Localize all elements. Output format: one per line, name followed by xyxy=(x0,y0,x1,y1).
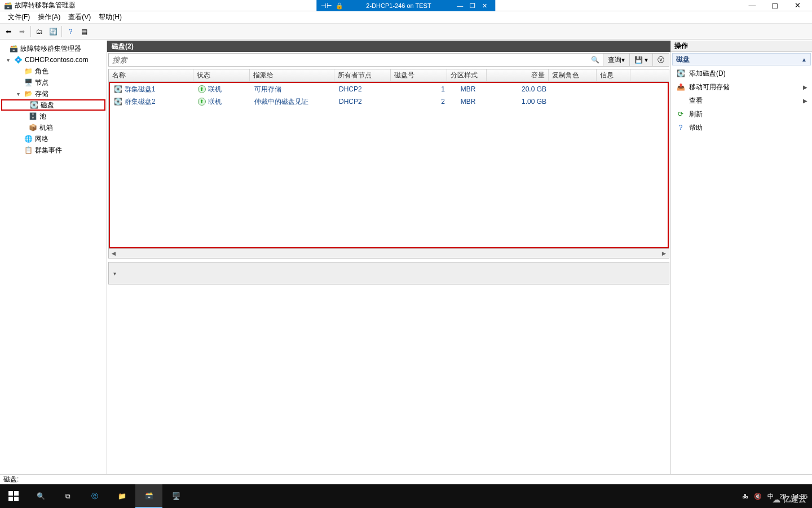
collapse-icon[interactable]: ▲ xyxy=(801,56,807,63)
system-tray[interactable]: 🖧 🔇 中 20 14:05 xyxy=(738,492,812,501)
refresh-button[interactable]: 🔄 xyxy=(47,25,59,38)
scroll-track[interactable] xyxy=(118,249,659,259)
ime-indicator[interactable]: 中 xyxy=(767,492,774,501)
chevron-right-icon: ▶ xyxy=(803,98,807,104)
tree-disks-label: 磁盘 xyxy=(41,100,54,110)
col-info[interactable]: 信息 xyxy=(597,69,630,81)
navigation-tree[interactable]: 🗃️ 故障转移群集管理器 ▾💠 CDHCP.contoso.com 📁 角色 🖥… xyxy=(0,41,107,474)
menu-file[interactable]: 文件(F) xyxy=(5,11,33,23)
scroll-right-button[interactable]: ► xyxy=(659,249,669,259)
maximize-button[interactable]: ▢ xyxy=(764,0,786,11)
action-view[interactable]: 查看 ▶ xyxy=(672,94,811,107)
scroll-left-button[interactable]: ◄ xyxy=(109,249,118,259)
clear-icon[interactable]: 🔍 xyxy=(588,56,603,64)
network-tray-icon[interactable]: 🖧 xyxy=(742,493,748,500)
action-help[interactable]: ? 帮助 xyxy=(672,121,811,134)
window-title: 故障转移群集管理器 xyxy=(15,1,76,10)
menu-action[interactable]: 操作(A) xyxy=(34,11,64,23)
cell-cap: 20.0 GB xyxy=(488,85,550,93)
tray-clock[interactable]: 14:05 xyxy=(792,493,807,500)
server-manager-button[interactable]: 🖥️ xyxy=(162,484,189,508)
action-add-disk[interactable]: 💽 添加磁盘(D) xyxy=(672,67,811,80)
table-row[interactable]: 💽群集磁盘1⬆联机可用存储DHCP21MBR20.0 GB xyxy=(110,83,668,95)
back-button[interactable]: ⬅ xyxy=(2,25,15,38)
tree-nodes[interactable]: 🖥️ 节点 xyxy=(1,77,105,88)
action-move-storage[interactable]: 📤 移动可用存储 ▶ xyxy=(672,80,811,94)
query-options-button[interactable]: ⓥ xyxy=(652,54,669,66)
tray-count: 20 xyxy=(779,493,786,500)
cell-owner: DHCP2 xyxy=(336,98,392,106)
tree-pool[interactable]: 🗄️ 池 xyxy=(1,111,105,122)
rdp-minimize-button[interactable]: — xyxy=(454,2,466,9)
rdp-restore-button[interactable]: ❐ xyxy=(466,2,479,10)
detail-pane-toggle[interactable]: ▾ xyxy=(108,262,669,284)
action-view-label: 查看 xyxy=(689,96,703,106)
search-input[interactable] xyxy=(109,55,588,65)
col-diskno[interactable]: 磁盘号 xyxy=(391,69,447,81)
start-button[interactable] xyxy=(0,484,27,508)
minimize-button[interactable]: — xyxy=(741,0,764,11)
svg-rect-1 xyxy=(14,491,19,496)
pin-icon[interactable]: ⊣⊢ xyxy=(321,2,332,10)
tree-roles[interactable]: 📁 角色 xyxy=(1,65,105,77)
refresh-icon: ⟳ xyxy=(676,109,686,119)
app-icon: 🗃️ xyxy=(3,1,12,10)
actions-section[interactable]: 磁盘 ▲ xyxy=(672,53,811,65)
ie-button[interactable]: ⓔ xyxy=(81,484,108,508)
col-part[interactable]: 分区样式 xyxy=(447,69,487,81)
content-header: 磁盘(2) xyxy=(107,41,670,52)
tree-cluster[interactable]: ▾💠 CDHCP.contoso.com xyxy=(1,54,105,65)
table-body[interactable]: 💽群集磁盘1⬆联机可用存储DHCP21MBR20.0 GB💽群集磁盘2⬆联机仲裁… xyxy=(109,82,669,248)
task-view-button[interactable]: ⧉ xyxy=(54,484,81,508)
rdp-close-button[interactable]: ✕ xyxy=(479,2,491,10)
help-button[interactable]: ? xyxy=(64,25,77,38)
svg-rect-2 xyxy=(8,497,13,501)
table-row[interactable]: 💽群集磁盘2⬆联机仲裁中的磁盘见证DHCP22MBR1.00 GB xyxy=(110,95,668,108)
toolbar: ⬅ ➡ 🗂 🔄 ? ▤ xyxy=(0,24,812,40)
tree-root[interactable]: 🗃️ 故障转移群集管理器 xyxy=(1,43,105,54)
action-add-disk-label: 添加磁盘(D) xyxy=(689,69,726,78)
menubar: 文件(F) 操作(A) 查看(V) 帮助(H) xyxy=(0,11,812,24)
table-header: 名称 状态 指派给 所有者节点 磁盘号 分区样式 容量 复制角色 信息 xyxy=(109,69,669,82)
cell-cap: 1.00 GB xyxy=(488,98,550,106)
disks-icon: 💽 xyxy=(29,100,38,110)
col-role[interactable]: 复制角色 xyxy=(549,69,597,81)
explorer-button[interactable]: 📁 xyxy=(108,484,135,508)
cell-diskno: 2 xyxy=(392,98,448,106)
tree-network[interactable]: 🌐 网络 xyxy=(1,133,105,144)
status-online-icon: ⬆ xyxy=(198,98,206,106)
action-refresh-label: 刷新 xyxy=(689,110,703,119)
search-button[interactable]: 🔍 xyxy=(27,484,54,508)
cell-part: MBR xyxy=(448,85,488,93)
show-tree-button[interactable]: 🗂 xyxy=(33,25,46,38)
menu-help[interactable]: 帮助(H) xyxy=(95,11,125,23)
forward-button[interactable]: ➡ xyxy=(16,25,28,38)
close-button[interactable]: ✕ xyxy=(786,0,809,11)
col-cap[interactable]: 容量 xyxy=(487,69,549,81)
col-owner[interactable]: 所有者节点 xyxy=(334,69,391,81)
cluster-icon: 💠 xyxy=(14,55,23,64)
horizontal-scrollbar[interactable]: ◄ ► xyxy=(109,248,669,258)
view-columns-button[interactable]: ▤ xyxy=(78,25,90,38)
actions-section-label: 磁盘 xyxy=(676,55,690,64)
action-move-storage-label: 移动可用存储 xyxy=(689,82,730,92)
tree-disks[interactable]: 💽 磁盘 xyxy=(1,99,105,111)
cell-assign: 可用存储 xyxy=(251,85,336,94)
tree-enclosure[interactable]: 📦 机箱 xyxy=(1,122,105,133)
cell-name: 群集磁盘1 xyxy=(125,85,156,94)
disk-icon: 💽 xyxy=(113,85,122,94)
rdp-connection-bar[interactable]: ⊣⊢ 🔒 2-DHCP1-246 on TEST — ❐ ✕ xyxy=(316,0,495,11)
tree-storage[interactable]: ▾📂 存储 xyxy=(1,88,105,99)
col-name[interactable]: 名称 xyxy=(109,69,193,81)
query-button[interactable]: 查询 ▾ xyxy=(603,54,629,66)
menu-view[interactable]: 查看(V) xyxy=(65,11,94,23)
action-refresh[interactable]: ⟳ 刷新 xyxy=(672,107,811,121)
cell-status: 联机 xyxy=(208,85,222,94)
save-query-button[interactable]: 💾 ▾ xyxy=(629,54,652,66)
volume-tray-icon[interactable]: 🔇 xyxy=(754,493,762,500)
col-status[interactable]: 状态 xyxy=(193,69,250,81)
tree-events[interactable]: 📋 群集事件 xyxy=(1,144,105,156)
cluster-manager-button[interactable]: 🗃️ xyxy=(135,484,162,508)
col-assign[interactable]: 指派给 xyxy=(250,69,334,81)
cluster-manager-icon: 🗃️ xyxy=(9,44,18,53)
